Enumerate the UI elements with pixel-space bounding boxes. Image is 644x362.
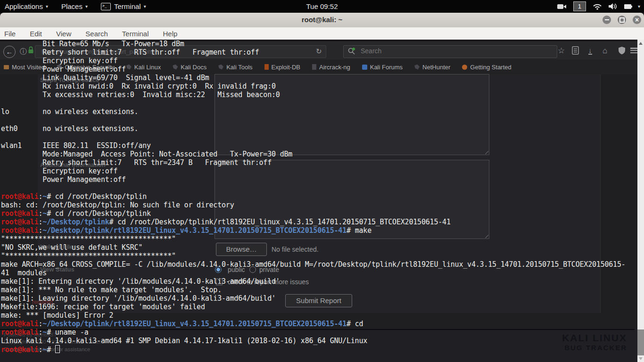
applications-menu-label: Applications [5,2,43,10]
terminal-line: eth0 no wireless extensions. [1,124,637,133]
terminal-line [1,133,637,141]
terminal-line: Encryption key:off [1,57,637,65]
desktop: Applications▾ Places▾ >_ Terminal▾ Tue 0… [0,0,644,362]
terminal-icon: >_ [101,3,111,10]
terminal-app-menu-label: Terminal [114,2,141,10]
terminal-line: root@kali:~# cd /root/Desktop/tplink [1,209,637,218]
terminal-app-menu[interactable]: >_ Terminal▾ [101,2,146,10]
terminal-line: root@kali:~/Desktop/tplink/rtl8192EU_lin… [1,226,637,235]
screen-recorder-icon[interactable] [557,3,567,10]
places-menu-label: Places [61,2,83,10]
terminal-line [1,116,637,124]
menu-view[interactable]: View [49,30,78,38]
gnome-top-bar: Applications▾ Places▾ >_ Terminal▾ Tue 0… [0,0,644,13]
terminal-line: Power Management:off [1,65,637,74]
terminal-line: Linux kali 4.14.0-kali3-amd64 #1 SMP Deb… [1,337,637,345]
terminal-line: 41 modules [1,269,637,277]
terminal-cursor [55,345,60,353]
terminal-output[interactable]: Bit Rate=65 Mb/s Tx-Power=18 dBm Retry s… [1,40,637,362]
battery-icon[interactable] [624,4,631,9]
close-button[interactable]: × [633,16,641,24]
terminal-menubar: FileEditViewSearchTerminalHelp [0,27,644,40]
window-title: root@kali: ~ [0,16,644,24]
terminal-line: root@kali:~/Desktop/tplink/rtl8192EU_lin… [1,320,637,328]
places-menu[interactable]: Places▾ [61,2,88,10]
terminal-line: make[1]: Leaving directory '/lib/modules… [1,294,637,303]
menu-edit[interactable]: Edit [23,30,49,38]
terminal-line: root@kali:~/Desktop/tplink# cd /root/Des… [1,218,637,226]
close-icon: × [635,16,639,23]
volume-icon[interactable] [609,3,618,10]
terminal-line: bash: cd: /root/Desktop/tplin: No such f… [1,201,637,209]
terminal-line: Retry short limit:7 RTS thr:off Fragment… [1,48,637,57]
chevron-down-icon: ▾ [46,4,48,9]
terminal-line: Mode:Managed Access Point: Not-Associate… [1,150,637,158]
terminal-line: "***************************************… [1,235,637,243]
terminal-line: Link Quality=69/70 Signal level=-41 dBm [1,74,637,82]
terminal-line: Tx excessive retries:0 Invalid misc:22 M… [1,90,637,99]
terminal-line: root@kali:~# [1,345,637,354]
scroll-down-icon[interactable] [639,357,643,360]
terminal-line: "***************************************… [1,252,637,260]
menu-search[interactable]: Search [78,30,115,38]
workspace-indicator[interactable]: 1 [573,1,586,11]
menu-file[interactable]: File [0,30,23,38]
terminal-viewport: ← ⓘ https://bugs.kali.org/bug_report_pag… [0,40,644,362]
terminal-line: Makefile:1696: recipe for target 'module… [1,303,637,311]
scroll-up-icon[interactable] [639,42,643,45]
terminal-line: lo no wireless extensions. [1,107,637,116]
wifi-icon[interactable] [593,3,602,10]
menu-help[interactable]: Help [156,30,185,38]
maximize-button[interactable] [618,16,626,24]
terminal-scrollbar[interactable] [637,40,644,362]
terminal-line: Retry short limit:7 RTS thr=2347 B Fragm… [1,158,637,167]
terminal-line: root@kali:~# cd /root/Desktop/tplin [1,192,637,201]
chevron-down-icon[interactable]: ▾ [638,4,640,9]
minimize-button[interactable] [603,16,611,24]
terminal-line: Rx invalid nwid:0 Rx invalid crypt:0 Rx … [1,82,637,90]
terminal-line: Bit Rate=65 Mb/s Tx-Power=18 dBm [1,40,637,48]
terminal-line: make[1]: *** No rule to make target 'mod… [1,286,637,294]
chevron-down-icon: ▾ [85,4,88,9]
maximize-icon [619,17,625,23]
window-titlebar[interactable]: root@kali: ~ × [0,13,644,28]
terminal-line: root@kali:~# uname -a [1,328,637,337]
terminal-line: make[1]: Entering directory '/lib/module… [1,277,637,286]
minimize-icon [605,19,609,20]
terminal-line: make: *** [modules] Error 2 [1,311,637,320]
chevron-down-icon: ▾ [144,4,146,9]
terminal-line: Encryption key:off [1,167,637,175]
terminal-line [1,184,637,192]
terminal-line: wlan1 IEEE 802.11 ESSID:off/any [1,141,637,150]
menu-terminal[interactable]: Terminal [115,30,156,38]
applications-menu[interactable]: Applications▾ [5,2,48,10]
terminal-line: Power Management:off [1,175,637,184]
terminal-line [1,99,637,107]
terminal-line: "NO SKRC,we will use default KSRC" [1,243,637,252]
scrollbar-thumb[interactable] [637,329,644,355]
terminal-line: make ARCH=x86_64 CROSS_COMPILE= -C /lib/… [1,260,637,269]
